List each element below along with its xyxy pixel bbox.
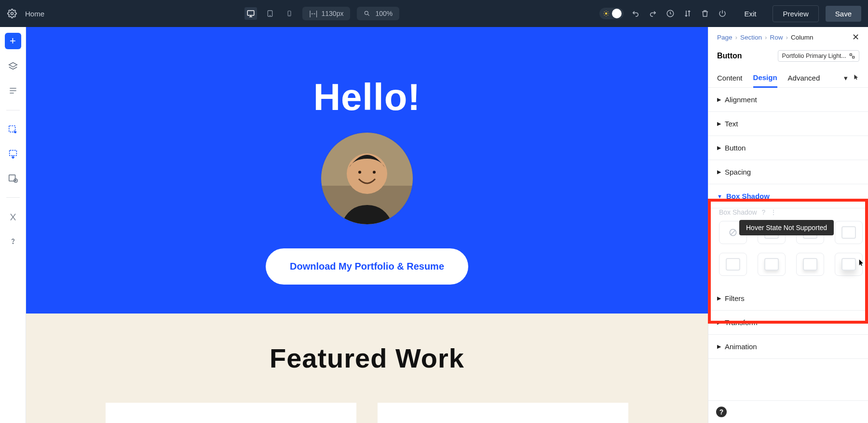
preview-button[interactable]: Preview (773, 5, 818, 22)
shadow-option-3[interactable] (835, 221, 863, 244)
list-icon[interactable] (6, 84, 20, 97)
accordion-animation[interactable]: ▶Animation (708, 335, 868, 359)
box-shadow-label: Box Shadow (719, 208, 757, 216)
cursor-icon[interactable] (854, 74, 859, 82)
kebab-icon[interactable]: ⋮ (770, 208, 777, 216)
accordion-alignment[interactable]: ▶Alignment (708, 88, 868, 112)
svg-point-0 (11, 13, 14, 15)
zoom-value: 100% (375, 10, 393, 17)
sun-icon (601, 9, 611, 18)
svg-rect-21 (853, 56, 854, 58)
breadcrumb: Page› Section› Row› Column ✕ (708, 27, 868, 47)
svg-rect-1 (247, 11, 254, 15)
download-button[interactable]: Download My Portfolio & Resume (266, 248, 468, 285)
home-link[interactable]: Home (25, 10, 44, 18)
trash-icon[interactable] (700, 8, 710, 19)
crumb-column[interactable]: Column (791, 34, 814, 41)
tab-advanced[interactable]: Advanced (788, 69, 820, 87)
svg-point-7 (605, 13, 608, 15)
power-icon[interactable] (717, 8, 728, 19)
toggle-knob (612, 9, 622, 18)
svg-point-5 (289, 15, 290, 15)
element-type: Button (717, 52, 742, 60)
canvas-width-input[interactable]: |↔| 1130px (302, 7, 350, 20)
work-card[interactable] (378, 403, 628, 423)
accordion-spacing[interactable]: ▶Spacing (708, 160, 868, 184)
hero-title[interactable]: Hello! (26, 75, 708, 119)
shadow-option-6[interactable] (796, 253, 824, 276)
save-button[interactable]: Save (826, 6, 861, 22)
right-panel: Page› Section› Row› Column ✕ Button Port… (708, 27, 868, 423)
shadow-option-5[interactable] (758, 253, 786, 276)
layers-icon[interactable] (6, 60, 20, 73)
chevron-down-icon[interactable]: ▾ (844, 74, 848, 82)
accordion-filters[interactable]: ▶Filters (708, 287, 868, 311)
exit-button[interactable]: Exit (734, 6, 766, 22)
svg-point-19 (373, 171, 376, 174)
svg-point-13 (13, 243, 13, 244)
device-phone-icon[interactable] (283, 7, 296, 20)
canvas-area[interactable]: Hello! Download My Portfo (26, 27, 708, 423)
redo-icon[interactable] (648, 8, 658, 19)
panel-tabs: Content Design Advanced ▾ (708, 68, 868, 88)
hero-section[interactable]: Hello! Download My Portfo (26, 27, 708, 314)
history-icon[interactable] (665, 8, 676, 19)
svg-point-6 (365, 11, 368, 14)
crumb-page[interactable]: Page (717, 34, 732, 41)
featured-section[interactable]: Featured Work (26, 314, 708, 423)
work-card[interactable] (106, 403, 356, 423)
canvas-width-value: 1130px (321, 10, 343, 17)
svg-point-18 (358, 171, 361, 174)
svg-rect-10 (9, 150, 16, 156)
structure-tool-icon[interactable] (6, 147, 20, 161)
crumb-row[interactable]: Row (770, 34, 783, 41)
crumb-section[interactable]: Section (740, 34, 762, 41)
svg-point-17 (347, 153, 387, 194)
design-accordion: ▶Alignment ▶Text ▶Button ▶Spacing ▼Box S… (708, 88, 868, 400)
help-icon[interactable] (6, 234, 20, 248)
mouse-cursor-icon (858, 259, 865, 266)
accordion-text[interactable]: ▶Text (708, 112, 868, 136)
accordion-transform[interactable]: ▶Transform (708, 311, 868, 335)
zoom-input[interactable]: 100% (357, 7, 399, 20)
featured-title[interactable]: Featured Work (26, 342, 708, 374)
close-icon[interactable]: ✕ (852, 32, 859, 42)
preset-selector[interactable]: Portfolio Primary Light... (778, 50, 859, 62)
tab-design[interactable]: Design (753, 68, 777, 88)
undo-icon[interactable] (630, 8, 641, 19)
library-icon[interactable] (6, 171, 20, 185)
width-arrows-icon: |↔| (309, 10, 316, 17)
search-icon (364, 10, 370, 17)
help-question-icon[interactable]: ? (762, 208, 766, 216)
accordion-button[interactable]: ▶Button (708, 136, 868, 160)
top-bar: Home |↔| 1130px 100% (0, 0, 868, 27)
help-badge-icon[interactable]: ? (716, 407, 727, 417)
left-rail: + (0, 27, 26, 423)
settings-gear-icon[interactable] (7, 8, 17, 19)
avatar-image[interactable] (321, 133, 413, 224)
tools-icon[interactable] (6, 210, 20, 224)
tab-content[interactable]: Content (717, 69, 743, 87)
box-shadow-panel: Box Shadow ? ⋮ Hover State Not Supported (708, 208, 868, 287)
sort-icon[interactable] (682, 8, 693, 19)
device-tablet-icon[interactable] (264, 7, 276, 20)
svg-rect-20 (850, 54, 852, 56)
hover-not-supported-tooltip: Hover State Not Supported (739, 220, 834, 235)
theme-toggle[interactable] (599, 8, 624, 19)
shadow-option-4[interactable] (719, 253, 747, 276)
add-element-button[interactable]: + (5, 33, 21, 49)
accordion-box-shadow[interactable]: ▼Box Shadow (708, 184, 868, 208)
svg-point-3 (270, 15, 271, 16)
preset-icon (849, 53, 855, 59)
select-tool-icon[interactable] (6, 123, 20, 136)
device-desktop-icon[interactable] (244, 7, 257, 20)
